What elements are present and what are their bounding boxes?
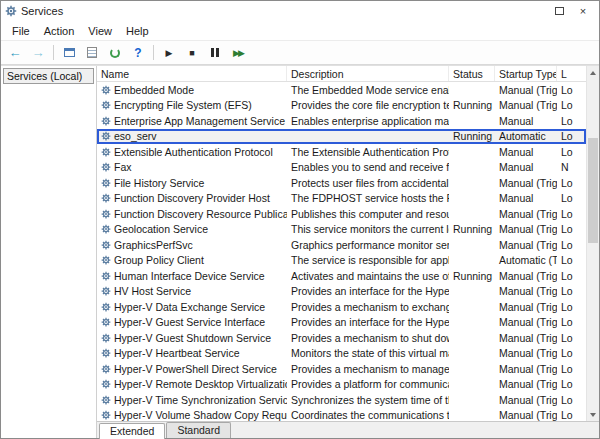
service-gear-icon: [101, 302, 111, 312]
service-log-on: Lo: [557, 191, 586, 207]
service-description: Provides a mechanism to exchange dat...: [287, 299, 449, 315]
service-startup-type: Manual: [495, 160, 557, 176]
service-gear-icon: [101, 147, 111, 157]
menu-action[interactable]: Action: [37, 23, 82, 39]
pause-service-icon[interactable]: [207, 45, 223, 61]
tab-standard[interactable]: Standard: [166, 422, 231, 438]
service-name: eso_serv: [114, 130, 157, 142]
service-startup-type: Manual (Trig...: [495, 284, 557, 300]
title-bar[interactable]: Services ×: [1, 1, 599, 21]
show-console-tree-icon[interactable]: [61, 45, 77, 61]
scrollbar-up-arrow[interactable]: [587, 66, 599, 79]
service-status: [449, 191, 495, 207]
service-log-on: Lo: [557, 284, 586, 300]
export-list-icon[interactable]: [84, 45, 100, 61]
menu-file[interactable]: File: [5, 23, 37, 39]
service-row[interactable]: Hyper-V PowerShell Direct Service Provid…: [97, 361, 586, 377]
service-startup-type: Manual (Trig...: [495, 408, 557, 422]
service-gear-icon: [101, 410, 111, 420]
service-startup-type: Manual (Trig...: [495, 98, 557, 114]
column-header-status[interactable]: Status: [449, 66, 495, 81]
service-row[interactable]: Hyper-V Guest Shutdown Service Provides …: [97, 330, 586, 346]
service-log-on: Lo: [557, 175, 586, 191]
service-gear-icon: [101, 333, 111, 343]
maximize-button[interactable]: [547, 3, 571, 19]
service-status: [449, 253, 495, 269]
column-header-name[interactable]: Name: [97, 66, 287, 81]
forward-arrow-icon[interactable]: →: [30, 45, 46, 61]
service-row[interactable]: Enterprise App Management Service Enable…: [97, 113, 586, 129]
back-arrow-icon[interactable]: ←: [7, 45, 23, 61]
service-description: Monitors the state of this virtual machi…: [287, 346, 449, 362]
console-tree-pane: Services (Local): [1, 66, 97, 438]
service-row[interactable]: Function Discovery Resource Publication …: [97, 206, 586, 222]
service-status: [449, 346, 495, 362]
close-button[interactable]: ×: [571, 3, 595, 19]
service-name: Hyper-V Volume Shadow Copy Requestor: [114, 409, 287, 421]
service-log-on: Lo: [557, 237, 586, 253]
service-description: The service is responsible for applying …: [287, 253, 449, 269]
service-row[interactable]: Embedded Mode The Embedded Mode service …: [97, 82, 586, 98]
service-status: [449, 392, 495, 408]
service-description: [287, 129, 449, 145]
service-name: Function Discovery Resource Publication: [114, 208, 287, 220]
service-row[interactable]: File History Service Protects user files…: [97, 175, 586, 191]
service-row[interactable]: Fax Enables you to send and receive faxe…: [97, 160, 586, 176]
service-row[interactable]: Hyper-V Volume Shadow Copy Requestor Coo…: [97, 408, 586, 422]
tree-item-services-local[interactable]: Services (Local): [3, 68, 94, 84]
service-name: Hyper-V Guest Service Interface: [114, 316, 265, 328]
restart-service-icon[interactable]: ▶▶: [230, 45, 246, 61]
service-row[interactable]: Human Interface Device Service Activates…: [97, 268, 586, 284]
service-log-on: Lo: [557, 377, 586, 393]
service-row[interactable]: Geolocation Service This service monitor…: [97, 222, 586, 238]
service-status: [449, 284, 495, 300]
menu-view[interactable]: View: [81, 23, 119, 39]
service-log-on: Lo: [557, 392, 586, 408]
service-row[interactable]: Hyper-V Heartbeat Service Monitors the s…: [97, 346, 586, 362]
service-row[interactable]: Group Policy Client The service is respo…: [97, 253, 586, 269]
service-description: Synchronizes the system time of this vir…: [287, 392, 449, 408]
service-startup-type: Manual: [495, 144, 557, 160]
service-row[interactable]: Function Discovery Provider Host The FDP…: [97, 191, 586, 207]
service-description: Enables you to send and receive faxes, .…: [287, 160, 449, 176]
tab-extended[interactable]: Extended: [99, 423, 165, 439]
service-startup-type: Manual (Trig...: [495, 330, 557, 346]
scrollbar-down-arrow[interactable]: [587, 408, 599, 421]
stop-service-icon[interactable]: ■: [184, 45, 200, 61]
help-icon[interactable]: ?: [130, 45, 146, 61]
service-row[interactable]: HV Host Service Provides an interface fo…: [97, 284, 586, 300]
service-row[interactable]: GraphicsPerfSvc Graphics performance mon…: [97, 237, 586, 253]
service-startup-type: Manual (Trig...: [495, 237, 557, 253]
service-status: Running: [449, 268, 495, 284]
services-list-area: Name Description Status Startup Type L E…: [97, 66, 599, 421]
service-name: Hyper-V Guest Shutdown Service: [114, 332, 271, 344]
service-gear-icon: [101, 162, 111, 172]
service-row[interactable]: Extensible Authentication Protocol The E…: [97, 144, 586, 160]
services-list-pane: Name Description Status Startup Type L E…: [97, 66, 599, 438]
service-row[interactable]: Hyper-V Time Synchronization Service Syn…: [97, 392, 586, 408]
scrollbar-thumb[interactable]: [588, 138, 598, 243]
service-name: GraphicsPerfSvc: [114, 239, 193, 251]
service-startup-type: Manual: [495, 113, 557, 129]
service-row[interactable]: eso_serv Running Automatic Lo: [97, 129, 586, 145]
service-row[interactable]: Hyper-V Guest Service Interface Provides…: [97, 315, 586, 331]
service-description: Provides an interface for the Hyper-V h.…: [287, 284, 449, 300]
service-description: The Extensible Authentication Protocol..…: [287, 144, 449, 160]
refresh-icon[interactable]: [107, 45, 123, 61]
service-description: Provides a mechanism to shut down th...: [287, 330, 449, 346]
service-row[interactable]: Hyper-V Remote Desktop Virtualization Se…: [97, 377, 586, 393]
service-status: [449, 237, 495, 253]
service-startup-type: Manual (Trig...: [495, 175, 557, 191]
service-row[interactable]: Hyper-V Data Exchange Service Provides a…: [97, 299, 586, 315]
service-startup-type: Manual (Trig...: [495, 377, 557, 393]
service-status: [449, 175, 495, 191]
vertical-scrollbar[interactable]: [586, 66, 599, 421]
service-row[interactable]: Encrypting File System (EFS) Provides th…: [97, 98, 586, 114]
service-name: HV Host Service: [114, 285, 191, 297]
column-header-startup-type[interactable]: Startup Type: [495, 66, 557, 81]
menu-help[interactable]: Help: [119, 23, 156, 39]
service-startup-type: Manual (Trig...: [495, 222, 557, 238]
service-log-on: Lo: [557, 315, 586, 331]
start-service-icon[interactable]: ▶: [161, 45, 177, 61]
column-header-description[interactable]: Description: [287, 66, 449, 81]
